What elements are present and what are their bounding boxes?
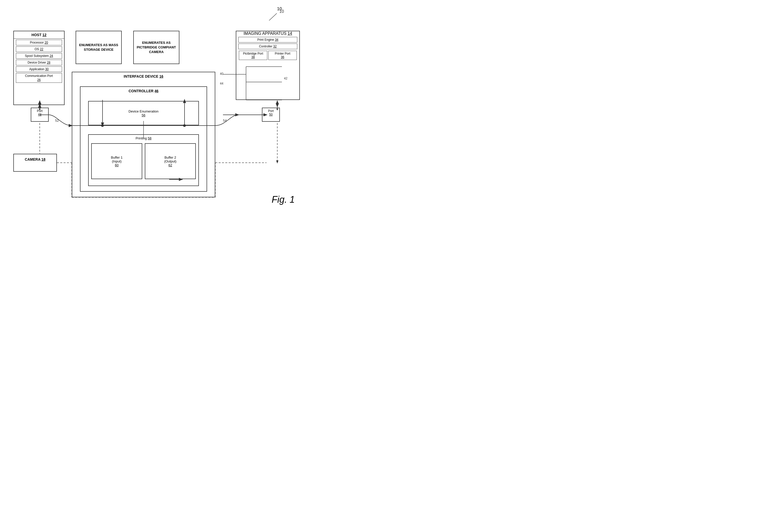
buffer1-title: Buffer 1(Input)60 [111, 155, 122, 167]
device-driver-box: Device Driver 28 [16, 60, 62, 65]
svg-text:52: 52 [55, 119, 59, 122]
enum-mass-storage-text: ENUMERATES AS MASS STORAGE DEVICE [76, 41, 121, 54]
imaging-box: IMAGING APPARATUS 14 Print Engine 34 Con… [236, 31, 300, 100]
print-engine-box: Print Engine 34 [238, 37, 297, 43]
ref-10-number: 10 [277, 6, 282, 11]
pictbridge-port-box: Pictbridge Port38 [239, 51, 267, 60]
printing-box: Printing 58 Buffer 1(Input)60 Buffer 2(O… [88, 134, 199, 186]
enum-mass-storage-box: ENUMERATES AS MASS STORAGE DEVICE [76, 31, 122, 64]
port-50-box: Port50 [262, 108, 280, 122]
buffer1-box: Buffer 1(Input)60 [91, 143, 142, 179]
interface-title: INTERFACE DEVICE 16 [72, 72, 215, 80]
port-48-box: Port48 [31, 108, 49, 122]
buffer2-box: Buffer 2(Output)62 [145, 143, 196, 179]
svg-line-4 [269, 13, 277, 20]
processor-box: Processor 20 [16, 40, 62, 45]
application-box: Application 30 [16, 66, 62, 72]
spool-box: Spool Subsystem 24 [16, 53, 62, 59]
camera-title: CAMERA 18 [14, 154, 56, 164]
diagram-container: 10 HOST 12 Processor 20 OS 22 Spool Subs… [0, 0, 307, 213]
host-box: HOST 12 Processor 20 OS 22 Spool Subsyst… [13, 31, 65, 105]
enum-pictbridge-box: ENUMERATES AS PICTBRIDGE COMPIANT CAMERA [133, 31, 179, 64]
controller-32-box: Controller 32 [238, 44, 297, 49]
svg-text:54: 54 [223, 119, 226, 122]
svg-text:40: 40 [220, 72, 223, 76]
printer-port-box: Printer Port36 [268, 51, 297, 60]
interface-device-box: INTERFACE DEVICE 16 CONTROLLER 46 Device… [72, 72, 215, 197]
ref-10-label: 10 [277, 6, 282, 12]
camera-box: CAMERA 18 [13, 154, 57, 172]
imaging-title: IMAGING APPARATUS 14 [236, 31, 299, 36]
host-title: HOST 12 [14, 31, 64, 39]
svg-marker-36 [276, 103, 278, 105]
enum-pictbridge-text: ENUMERATES AS PICTBRIDGE COMPIANT CAMERA [134, 38, 179, 57]
printing-title: Printing 58 [89, 135, 198, 142]
controller-title: CONTROLLER 46 [80, 87, 206, 95]
controller-46-box: CONTROLLER 46 Device Enumeration56 Print… [80, 86, 207, 192]
os-box: OS 22 [16, 46, 62, 52]
comm-port-box: Communication Port26 [16, 73, 62, 83]
svg-text:44: 44 [220, 82, 223, 85]
device-enumeration-box: Device Enumeration56 [88, 101, 199, 125]
host-ref: 12 [43, 33, 47, 37]
device-enum-text: Device Enumeration56 [128, 109, 158, 117]
fig-label: Fig. 1 [272, 194, 295, 205]
buffer2-title: Buffer 2(Output)62 [164, 155, 177, 167]
